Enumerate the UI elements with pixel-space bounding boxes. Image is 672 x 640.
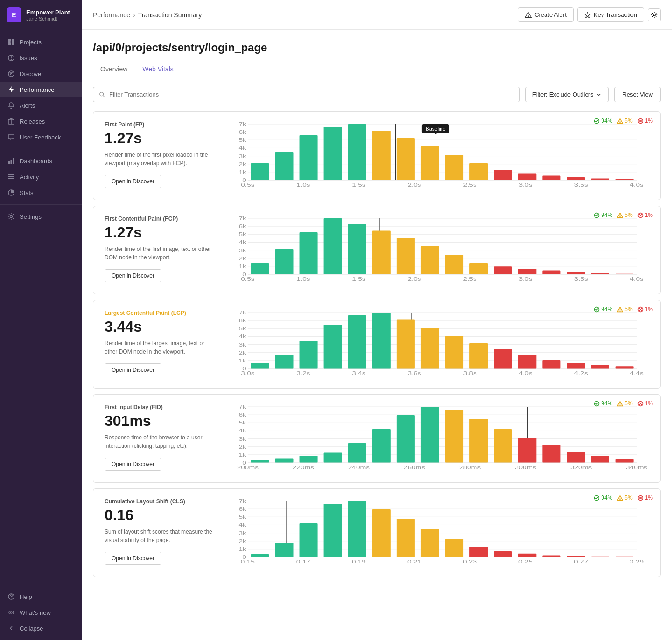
sidebar-item-projects[interactable]: Projects (0, 34, 82, 50)
svg-text:280ms: 280ms (459, 465, 481, 471)
page-content: /api/0/projects/sentry/login_page Overvi… (82, 30, 672, 594)
sidebar-item-performance[interactable]: Performance (0, 82, 82, 97)
svg-rect-13 (11, 160, 12, 164)
open-discover-btn-fid[interactable]: Open in Discover (105, 458, 161, 471)
create-alert-button[interactable]: Create Alert (518, 7, 574, 22)
svg-rect-15 (8, 174, 14, 175)
search-box[interactable] (93, 87, 520, 102)
svg-rect-207 (494, 429, 512, 463)
sidebar-item-settings[interactable]: Settings (0, 209, 82, 224)
metric-desc-cls: Sum of layout shift scores that measure … (105, 528, 212, 544)
sidebar-item-user-feedback[interactable]: User Feedback (0, 129, 82, 145)
svg-rect-157 (445, 336, 463, 369)
svg-rect-152 (324, 325, 342, 369)
svg-rect-245 (251, 554, 269, 557)
svg-rect-161 (542, 360, 560, 369)
settings-button[interactable] (648, 8, 661, 21)
package-icon (7, 118, 15, 125)
status-warn: 5% (617, 118, 632, 124)
metric-desc-lcp: Render time of the largest image, text o… (105, 339, 212, 356)
sidebar-item-collapse[interactable]: Collapse (0, 620, 82, 636)
svg-text:4k: 4k (238, 334, 246, 340)
svg-text:1.5s: 1.5s (352, 182, 366, 188)
sidebar-item-releases[interactable]: Releases (0, 113, 82, 129)
svg-rect-206 (469, 419, 488, 463)
metric-value-fcp: 1.27s (105, 224, 212, 241)
open-discover-btn-fp[interactable]: Open in Discover (105, 175, 161, 188)
svg-rect-249 (348, 501, 366, 557)
chart-status-lcp: 94% 5% 1% (594, 306, 653, 313)
svg-point-177 (620, 405, 620, 405)
metrics-container: First Paint (FP) 1.27s Render time of th… (93, 111, 661, 577)
breadcrumb-parent[interactable]: Performance (93, 11, 130, 19)
status-warn: 5% (617, 400, 632, 407)
svg-text:6k: 6k (238, 412, 246, 418)
key-transaction-label: Key Transaction (594, 11, 637, 18)
svg-rect-199 (300, 456, 318, 463)
svg-rect-67 (591, 178, 609, 180)
svg-text:0.5s: 0.5s (241, 277, 255, 282)
svg-text:1.5s: 1.5s (352, 277, 366, 282)
radio-icon (7, 609, 15, 616)
svg-rect-1 (12, 39, 14, 42)
tab-web-vitals[interactable]: Web Vitals (135, 62, 181, 77)
tab-overview[interactable]: Overview (93, 62, 135, 77)
svg-text:3k: 3k (238, 530, 246, 536)
svg-rect-64 (518, 174, 536, 180)
svg-rect-256 (518, 554, 536, 557)
svg-text:6k: 6k (238, 224, 246, 230)
svg-rect-113 (542, 271, 560, 274)
metric-value-lcp: 3.44s (105, 318, 212, 335)
key-transaction-button[interactable]: Key Transaction (577, 7, 644, 22)
metric-name-fp: First Paint (FP) (105, 121, 212, 128)
open-discover-btn-cls[interactable]: Open in Discover (105, 552, 161, 565)
sidebar-item-label: Settings (20, 213, 42, 220)
baseline-tooltip: Baseline (422, 124, 449, 133)
status-bad: 1% (637, 400, 653, 407)
svg-rect-0 (8, 39, 11, 42)
svg-rect-208 (518, 438, 536, 463)
open-discover-btn-fcp[interactable]: Open in Discover (105, 269, 161, 282)
svg-rect-104 (324, 218, 342, 274)
svg-rect-211 (591, 456, 609, 463)
metric-desc-fcp: Render time of the first image, text or … (105, 245, 212, 262)
svg-rect-200 (324, 452, 342, 463)
sidebar-item-dashboards[interactable]: Dashboards (0, 153, 82, 169)
reset-view-button[interactable]: Reset View (614, 87, 661, 102)
sidebar-item-stats[interactable]: Stats (0, 185, 82, 201)
svg-rect-251 (397, 519, 415, 557)
svg-rect-153 (348, 315, 366, 369)
sidebar-item-issues[interactable]: Issues (0, 50, 82, 66)
svg-point-22 (10, 612, 12, 613)
svg-text:3.5s: 3.5s (574, 182, 588, 188)
page-header: Performance › Transaction Summary Create… (82, 0, 672, 30)
svg-rect-254 (469, 547, 488, 557)
svg-rect-62 (469, 163, 488, 180)
svg-rect-210 (567, 452, 585, 463)
sidebar-bottom: Help What's new Collapse (0, 585, 82, 640)
sidebar-item-help[interactable]: Help (0, 589, 82, 605)
chevron-down-icon (596, 92, 602, 97)
svg-text:5k: 5k (238, 515, 246, 520)
sidebar-divider (0, 149, 82, 149)
breadcrumb-current: Transaction Summary (138, 11, 202, 19)
sidebar-item-discover[interactable]: Discover (0, 66, 82, 82)
sidebar-item-activity[interactable]: Activity (0, 169, 82, 185)
open-discover-btn-lcp[interactable]: Open in Discover (105, 363, 161, 376)
create-alert-label: Create Alert (534, 11, 567, 18)
svg-rect-159 (494, 349, 512, 369)
filter-button[interactable]: Filter: Exclude Outliers (525, 87, 609, 102)
svg-text:3.0s: 3.0s (518, 277, 532, 282)
search-input[interactable] (109, 91, 514, 98)
sidebar-item-whats-new[interactable]: What's new (0, 605, 82, 620)
svg-text:1.0s: 1.0s (296, 182, 310, 188)
sidebar-nav: Projects Issues Discover Performance Ale… (0, 30, 82, 585)
svg-text:3k: 3k (238, 248, 246, 253)
svg-rect-162 (567, 363, 585, 369)
svg-rect-155 (397, 319, 415, 369)
svg-rect-105 (348, 224, 366, 274)
svg-text:4.0s: 4.0s (518, 371, 532, 376)
sidebar-item-alerts[interactable]: Alerts (0, 97, 82, 113)
svg-rect-212 (616, 459, 634, 463)
status-bad: 1% (637, 212, 653, 218)
